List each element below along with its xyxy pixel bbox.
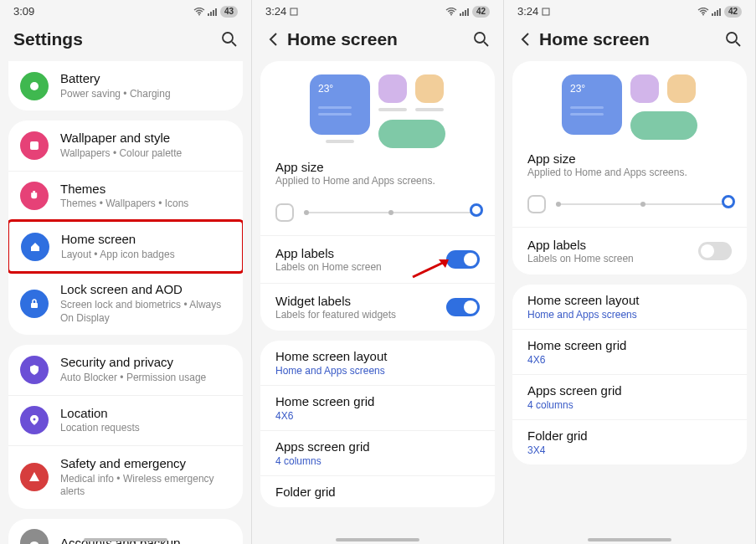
row-themes[interactable]: Themes Themes • Wallpapers • Icons — [8, 171, 243, 221]
row-app-labels[interactable]: App labels Labels on Home screen — [260, 235, 495, 283]
header: Home screen — [252, 21, 503, 61]
nav-title: Home screen grid — [527, 338, 732, 352]
row-home-layout[interactable]: Home screen layout Home and Apps screens — [512, 285, 747, 329]
size-min-icon — [275, 203, 294, 222]
toggle-sub: Labels for featured widgets — [275, 309, 446, 321]
nav-sub: Home and Apps screens — [275, 365, 480, 377]
back-button[interactable] — [265, 31, 287, 48]
row-apps-grid[interactable]: Apps screen grid 4 columns — [260, 430, 495, 475]
app-size-slider[interactable] — [512, 187, 747, 227]
row-title: Lock screen and AOD — [60, 282, 231, 298]
widget-labels-toggle[interactable] — [446, 298, 480, 316]
toggle-title: App labels — [527, 238, 698, 252]
row-sub: Power saving • Charging — [60, 88, 231, 101]
widget-temp: 23° — [318, 83, 333, 95]
row-title: Themes — [60, 182, 231, 198]
widget-preview-icon — [378, 120, 445, 148]
nav-sub: 4 columns — [527, 399, 732, 411]
row-widget-labels[interactable]: Widget labels Labels for featured widget… — [260, 283, 495, 331]
search-button[interactable] — [720, 31, 742, 48]
row-text: Lock screen and AOD Screen lock and biom… — [60, 282, 231, 325]
row-folder-grid[interactable]: Folder grid — [260, 475, 495, 507]
svg-rect-17 — [467, 8, 469, 16]
app-size-slider[interactable] — [260, 195, 495, 235]
preview-illustration: 23° — [260, 61, 495, 155]
signal-icon — [460, 8, 470, 16]
row-lock-screen[interactable]: Lock screen and AOD Screen lock and biom… — [8, 272, 243, 335]
nav-title: Folder grid — [527, 429, 732, 443]
highlight-home-screen: Home screen Layout • App icon badges — [8, 219, 243, 274]
card-security: Security and privacy Auto Blocker • Perm… — [8, 345, 243, 509]
screenshot-icon — [290, 8, 298, 16]
svg-rect-22 — [543, 8, 549, 15]
row-sub: Layout • App icon badges — [61, 249, 230, 262]
row-title: Security and privacy — [60, 355, 231, 371]
app-preview-icon — [378, 74, 407, 103]
sect-sub: Applied to Home and Apps screens. — [275, 175, 480, 187]
row-home-layout[interactable]: Home screen layout Home and Apps screens — [260, 341, 495, 385]
row-title: Safety and emergency — [60, 456, 231, 472]
row-home-screen[interactable]: Home screen Layout • App icon badges — [9, 222, 242, 271]
svg-rect-24 — [712, 13, 713, 16]
row-title: Location — [60, 406, 231, 422]
svg-point-28 — [727, 33, 737, 43]
svg-point-13 — [450, 13, 452, 15]
slider-track[interactable] — [556, 196, 732, 213]
wallpaper-icon — [20, 131, 49, 160]
row-title: Battery — [60, 71, 231, 87]
row-apps-grid[interactable]: Apps screen grid 4 columns — [512, 374, 747, 419]
nav-bar-icon[interactable] — [84, 538, 167, 541]
card-battery: Battery Power saving • Charging — [8, 61, 243, 110]
card-app-size: 23° App size Applied to Home and Apps sc… — [260, 61, 495, 331]
row-location[interactable]: Location Location requests — [8, 395, 243, 445]
screenshot-icon — [542, 8, 550, 16]
svg-rect-27 — [719, 8, 721, 16]
row-safety[interactable]: Safety and emergency Medical info • Wire… — [8, 445, 243, 509]
nav-bar-icon[interactable] — [588, 538, 671, 541]
toggle-text: App labels Labels on Home screen — [527, 238, 698, 264]
cloud-icon — [20, 529, 49, 544]
svg-rect-2 — [210, 12, 212, 16]
location-icon — [20, 406, 49, 434]
app-labels-toggle[interactable] — [698, 242, 732, 260]
nav-sub: 3X4 — [527, 444, 732, 456]
search-button[interactable] — [216, 31, 238, 48]
row-battery[interactable]: Battery Power saving • Charging — [8, 61, 243, 110]
back-button[interactable] — [517, 31, 539, 48]
nav-title: Apps screen grid — [275, 439, 480, 454]
search-button[interactable] — [468, 31, 490, 48]
row-sub: Screen lock and biometrics • Always On D… — [60, 299, 231, 325]
svg-point-18 — [475, 33, 485, 43]
phone-home-screen-labels-on: 3:24 42 Home screen 23° — [252, 0, 504, 544]
row-home-grid[interactable]: Home screen grid 4X6 — [512, 329, 747, 374]
nav-title: Home screen grid — [275, 394, 480, 408]
chevron-left-icon — [517, 31, 534, 48]
svg-rect-25 — [714, 12, 716, 16]
slider-track[interactable] — [304, 204, 480, 221]
nav-sub: 4 columns — [275, 455, 480, 467]
row-text: Safety and emergency Medical info • Wire… — [60, 456, 231, 499]
nav-sub: Home and Apps screens — [527, 309, 732, 321]
nav-bar-icon[interactable] — [336, 538, 419, 541]
status-time: 3:24 — [265, 5, 298, 18]
slider-thumb[interactable] — [722, 195, 735, 208]
phone-settings: 3:09 43 Settings Battery Power saving • … — [0, 0, 252, 544]
slider-thumb[interactable] — [470, 203, 483, 217]
search-icon — [725, 31, 742, 48]
card-nav: Home screen layout Home and Apps screens… — [260, 341, 495, 507]
row-wallpaper[interactable]: Wallpaper and style Wallpapers • Colour … — [8, 121, 243, 170]
card-app-size: 23° App size Applied to Home and Apps sc… — [512, 61, 747, 275]
annotation-arrow-icon — [409, 256, 455, 281]
svg-rect-8 — [30, 141, 39, 150]
status-bar: 3:24 42 — [504, 0, 755, 21]
row-app-labels[interactable]: App labels Labels on Home screen — [512, 227, 747, 275]
row-folder-grid[interactable]: Folder grid 3X4 — [512, 419, 747, 464]
toggle-sub: Labels on Home screen — [527, 253, 698, 264]
alert-icon — [20, 463, 49, 491]
row-home-grid[interactable]: Home screen grid 4X6 — [260, 385, 495, 430]
row-text: Security and privacy Auto Blocker • Perm… — [60, 355, 231, 384]
row-security[interactable]: Security and privacy Auto Blocker • Perm… — [8, 345, 243, 394]
battery-badge: 43 — [220, 6, 238, 18]
status-time: 3:09 — [13, 5, 34, 18]
wifi-icon — [697, 8, 709, 16]
